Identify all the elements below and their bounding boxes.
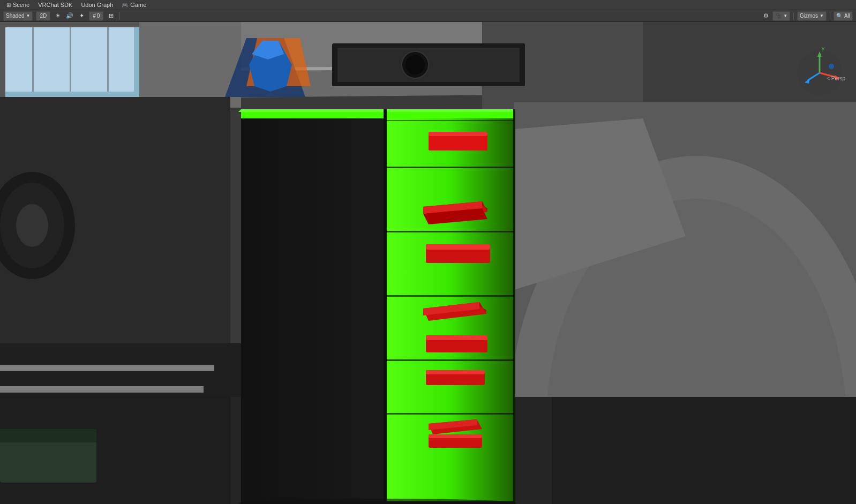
chevron-down-icon-2: ▼ xyxy=(783,13,787,18)
svg-rect-27 xyxy=(0,365,214,371)
svg-rect-12 xyxy=(107,27,109,92)
svg-rect-58 xyxy=(386,231,514,232)
shading-dropdown[interactable]: Shaded ▼ xyxy=(3,11,33,21)
svg-rect-70 xyxy=(386,413,514,415)
menu-scene[interactable]: ⊞ Scene xyxy=(2,0,34,10)
separator-3 xyxy=(830,12,830,20)
menu-vrchat-sdk[interactable]: VRChat SDK xyxy=(34,0,77,10)
menu-game[interactable]: 🎮 Game xyxy=(117,0,151,10)
search-icon: 🔍 xyxy=(836,13,843,19)
game-icon: 🎮 xyxy=(122,2,128,8)
svg-rect-44 xyxy=(241,118,386,504)
scene-view: y xyxy=(0,22,856,504)
svg-rect-28 xyxy=(0,386,204,393)
render-mode-dropdown[interactable]: 🎥 ▼ xyxy=(772,11,790,21)
svg-text:y: y xyxy=(822,46,824,51)
svg-marker-42 xyxy=(238,109,514,112)
main-viewport[interactable]: y < Persp xyxy=(0,22,856,504)
fx-icon[interactable]: ✦ xyxy=(77,12,86,20)
persp-label: < Persp xyxy=(827,76,845,81)
svg-rect-61 xyxy=(386,295,514,297)
svg-rect-52 xyxy=(429,132,487,136)
svg-rect-10 xyxy=(32,27,34,92)
toolbar-right: ⚙ 🎥 ▼ Gizmos ▼ 🔍 All xyxy=(762,11,853,21)
svg-rect-67 xyxy=(426,335,487,340)
2d-toggle[interactable]: 2D xyxy=(36,11,50,21)
stats-btn[interactable]: # 0 xyxy=(89,11,103,21)
menu-udon-graph[interactable]: Udon Graph xyxy=(77,0,117,10)
separator-1 xyxy=(119,12,120,20)
svg-point-18 xyxy=(406,55,425,74)
light-icon[interactable]: ☀ xyxy=(54,12,62,20)
svg-rect-49 xyxy=(386,120,514,121)
svg-rect-7 xyxy=(0,22,139,27)
svg-rect-74 xyxy=(429,434,482,438)
chevron-down-icon: ▼ xyxy=(26,13,30,18)
svg-rect-69 xyxy=(426,370,485,374)
menu-bar: ⊞ Scene VRChat SDK Udon Graph 🎮 Game xyxy=(0,0,856,10)
separator-2 xyxy=(793,12,794,20)
svg-point-31 xyxy=(16,204,48,247)
search-dropdown[interactable]: 🔍 All xyxy=(834,11,853,21)
svg-rect-8 xyxy=(0,22,5,97)
svg-rect-53 xyxy=(386,167,514,168)
svg-rect-65 xyxy=(386,359,514,361)
svg-rect-39 xyxy=(0,429,96,442)
svg-rect-48 xyxy=(513,109,515,504)
scene-icon: ⊞ xyxy=(6,2,11,8)
settings-icon[interactable]: ⚙ xyxy=(762,12,770,20)
svg-rect-60 xyxy=(426,244,490,250)
chevron-down-icon-3: ▼ xyxy=(820,13,824,18)
svg-rect-38 xyxy=(0,440,96,483)
grid-icon[interactable]: ⊞ xyxy=(107,12,115,20)
toolbar: Shaded ▼ 2D ☀ 🔊 ✦ # 0 ⊞ ⚙ 🎥 ▼ Gizmos ▼ 🔍… xyxy=(0,10,856,22)
svg-point-84 xyxy=(829,64,834,69)
svg-rect-11 xyxy=(70,27,71,92)
svg-rect-47 xyxy=(384,109,387,504)
audio-icon[interactable]: 🔊 xyxy=(65,12,74,20)
gizmos-dropdown[interactable]: Gizmos ▼ xyxy=(797,11,827,21)
